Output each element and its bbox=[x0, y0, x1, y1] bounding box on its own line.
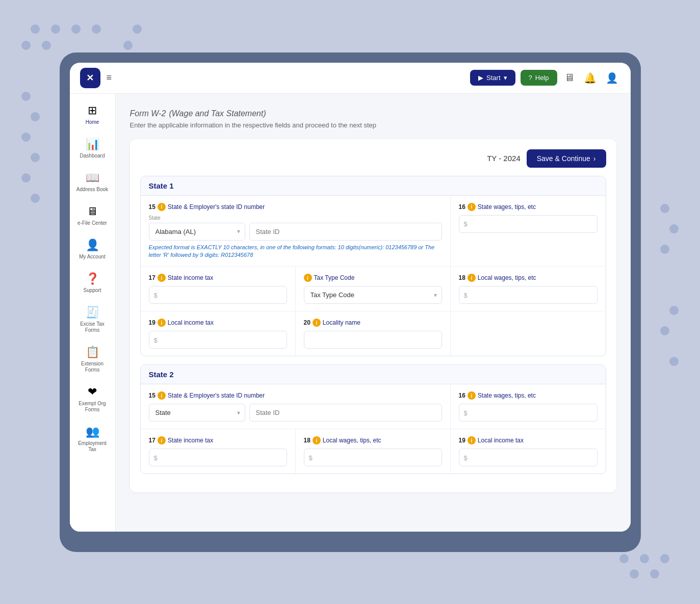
state1-state-select-wrap: State Alabama (AL) ▾ bbox=[149, 215, 245, 241]
dashboard-icon: 📊 bbox=[86, 138, 99, 151]
sidebar-item-address-book[interactable]: 📖 Address Book bbox=[72, 166, 113, 198]
state1-field19-label: 19 i Local income tax bbox=[149, 319, 287, 327]
field18-info-icon[interactable]: i bbox=[468, 274, 476, 282]
state1-field19-input-wrap: $ bbox=[149, 331, 287, 349]
inner-app: ✕ ≡ ▶ Start ▾ ? Help 🖥 🔔 👤 bbox=[70, 63, 631, 532]
address-book-icon: 📖 bbox=[86, 171, 99, 185]
state2-field17-info-icon[interactable]: i bbox=[158, 436, 166, 444]
field20-label-text: Locality name bbox=[323, 319, 360, 326]
monitor-icon[interactable]: 🖥 bbox=[562, 70, 577, 86]
app-body: ⊞ Home 📊 Dashboard 📖 Address Book 🖥 e-Fi… bbox=[70, 94, 631, 532]
field16-dollar-sign: $ bbox=[464, 220, 468, 228]
sidebar-item-extension-forms[interactable]: 📋 Extension Forms bbox=[72, 340, 113, 378]
sidebar-label-account: My Account bbox=[79, 254, 106, 260]
sidebar-item-employment-tax[interactable]: 👥 Employment Tax bbox=[72, 420, 113, 458]
state2-field16-cell: 16 i State wages, tips, etc $ bbox=[451, 384, 606, 429]
state1-field16-input[interactable] bbox=[459, 215, 598, 233]
state1-taxtype-select[interactable]: Tax Type Code bbox=[304, 286, 442, 304]
state2-field19-info-icon[interactable]: i bbox=[468, 436, 476, 444]
field16-num: 16 bbox=[459, 203, 465, 211]
state2-row1: 15 i State & Employer's state ID number bbox=[141, 384, 606, 429]
main-content: Form W-2 (Wage and Tax Statement) Enter … bbox=[116, 94, 631, 532]
state1-field18-label: 18 i Local wages, tips, etc bbox=[459, 274, 598, 282]
state1-field18-input[interactable] bbox=[459, 286, 598, 304]
state2-field16-label: 16 i State wages, tips, etc bbox=[459, 391, 598, 400]
state2-field15-info-icon[interactable]: i bbox=[158, 391, 166, 400]
start-icon: ▶ bbox=[478, 74, 483, 82]
excise-tax-icon: 🧾 bbox=[86, 306, 99, 319]
user-avatar-icon[interactable]: 👤 bbox=[604, 70, 620, 86]
state2-field16-input[interactable] bbox=[459, 404, 598, 422]
field18-num: 18 bbox=[459, 274, 465, 281]
state2-field19-input[interactable] bbox=[459, 449, 598, 466]
field19-info-icon[interactable]: i bbox=[158, 319, 166, 327]
field17-info-icon[interactable]: i bbox=[158, 274, 166, 282]
state2-field18-cell: 18 i Local wages, tips, etc $ bbox=[296, 429, 451, 474]
state1-row3: 19 i Local income tax $ bbox=[141, 311, 606, 356]
field15-info-icon[interactable]: i bbox=[158, 203, 166, 211]
field18-dollar-sign: $ bbox=[464, 291, 468, 299]
state2-stateid-input[interactable] bbox=[249, 404, 442, 422]
field20-info-icon[interactable]: i bbox=[313, 319, 321, 327]
state2-field15-label-text: State & Employer's state ID number bbox=[168, 392, 265, 399]
sidebar-label-extension-forms: Extension Forms bbox=[76, 361, 109, 373]
state2-field17-input[interactable] bbox=[149, 449, 287, 466]
taxtype-label-text: Tax Type Code bbox=[314, 274, 355, 281]
field16-info-icon[interactable]: i bbox=[468, 203, 476, 211]
state2-field16-label-text: State wages, tips, etc bbox=[478, 392, 536, 399]
topbar-right: ▶ Start ▾ ? Help 🖥 🔔 👤 bbox=[470, 70, 620, 86]
sidebar-item-exempt-org[interactable]: ❤ Exempt Org Forms bbox=[72, 380, 113, 418]
start-button[interactable]: ▶ Start ▾ bbox=[470, 70, 515, 86]
state2-field17-cell: 17 i State income tax $ bbox=[141, 429, 296, 474]
state1-taxtype-select-wrap: Tax Type Code ▾ bbox=[304, 286, 442, 304]
ty-label: TY - 2024 bbox=[487, 154, 521, 163]
state1-row2: 17 i State income tax $ bbox=[141, 267, 606, 311]
state2-field16-info-icon[interactable]: i bbox=[468, 391, 476, 400]
state1-field17-input-wrap: $ bbox=[149, 286, 287, 304]
sidebar-item-my-account[interactable]: 👤 My Account bbox=[72, 233, 113, 265]
save-continue-button[interactable]: Save & Continue › bbox=[527, 149, 606, 168]
state1-field20-input[interactable] bbox=[304, 331, 442, 349]
main-card: ✕ ≡ ▶ Start ▾ ? Help 🖥 🔔 👤 bbox=[60, 52, 641, 552]
field17-label-text: State income tax bbox=[168, 274, 213, 281]
state2-state-select[interactable]: State bbox=[149, 404, 245, 422]
state1-field16-input-wrap: $ bbox=[459, 215, 598, 233]
state2-section: State 2 15 i State & Employer's state ID… bbox=[140, 364, 606, 474]
state2-field18-info-icon[interactable]: i bbox=[313, 436, 321, 444]
state2-field18-input-wrap: $ bbox=[304, 449, 442, 466]
hamburger-icon[interactable]: ≡ bbox=[107, 72, 112, 83]
state2-row2: 17 i State income tax $ bbox=[141, 429, 606, 474]
state1-field17-input[interactable] bbox=[149, 286, 287, 304]
start-label: Start bbox=[486, 74, 500, 82]
sidebar-item-home[interactable]: ⊞ Home bbox=[72, 99, 113, 130]
state1-stateid-sublabel bbox=[249, 215, 442, 221]
form-card: TY - 2024 Save & Continue › State 1 bbox=[130, 139, 616, 493]
state2-field16-num: 16 bbox=[459, 392, 465, 399]
taxtype-info-icon[interactable]: i bbox=[304, 274, 312, 282]
sidebar-label-employment-tax: Employment Tax bbox=[76, 440, 109, 453]
state2-field19-label-text: Local income tax bbox=[478, 437, 524, 444]
state2-body: 15 i State & Employer's state ID number bbox=[141, 384, 606, 474]
sidebar-label-dashboard: Dashboard bbox=[80, 153, 105, 159]
sidebar-item-efile-center[interactable]: 🖥 e-File Center bbox=[72, 200, 113, 231]
sidebar-label-address-book: Address Book bbox=[76, 187, 108, 193]
state1-stateid-input[interactable] bbox=[249, 223, 442, 241]
field20-num: 20 bbox=[304, 319, 310, 326]
state2-field17-label-text: State income tax bbox=[168, 437, 213, 444]
state1-field19-input[interactable] bbox=[149, 331, 287, 349]
state2-field17-dollar: $ bbox=[154, 454, 158, 461]
sidebar-item-support[interactable]: ❓ Support bbox=[72, 267, 113, 299]
logo-icon: ✕ bbox=[86, 72, 94, 84]
sidebar-item-excise-tax[interactable]: 🧾 Excise Tax Forms bbox=[72, 301, 113, 338]
help-button[interactable]: ? Help bbox=[521, 70, 557, 86]
field19-label-text: Local income tax bbox=[168, 319, 214, 326]
state1-field17-label: 17 i State income tax bbox=[149, 274, 287, 282]
state2-field18-input[interactable] bbox=[304, 449, 442, 466]
state1-state-select[interactable]: Alabama (AL) bbox=[149, 223, 245, 241]
state1-field16-cell: 16 i State wages, tips, etc $ bbox=[451, 196, 606, 267]
notification-icon[interactable]: 🔔 bbox=[582, 70, 599, 86]
sidebar-item-dashboard[interactable]: 📊 Dashboard bbox=[72, 133, 113, 164]
field15-label-text: State & Employer's state ID number bbox=[168, 203, 265, 211]
state1-state-id-group: State Alabama (AL) ▾ bbox=[149, 215, 442, 241]
field16-label-text: State wages, tips, etc bbox=[478, 203, 536, 211]
